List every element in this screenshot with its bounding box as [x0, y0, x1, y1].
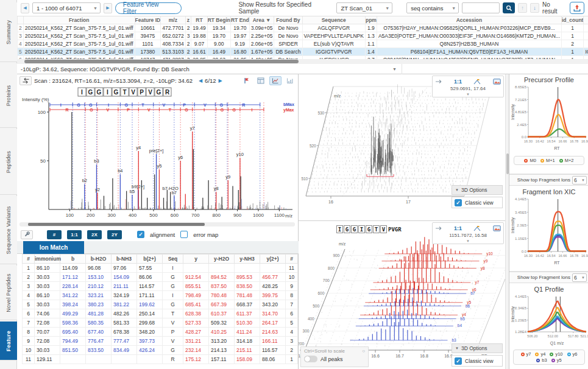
- svg-text:G: G: [232, 108, 236, 112]
- all-peaks-toggle[interactable]: [304, 356, 317, 362]
- column-header-RT End[interactable]: RT End: [230, 16, 249, 24]
- error-map-checkbox[interactable]: [180, 231, 188, 238]
- spectrum-hscrollbar-thumb[interactable]: [28, 223, 205, 226]
- column-header-Found By[interactable]: Found By: [274, 16, 302, 24]
- svg-text:T: T: [169, 108, 172, 112]
- classic-view-checkbox-top[interactable]: [455, 199, 462, 206]
- search-next-button[interactable]: ↓: [530, 3, 539, 13]
- search-prev-button[interactable]: ↑: [518, 3, 527, 13]
- results-hscrollbar-thumb[interactable]: [24, 60, 299, 63]
- histogram-view-button[interactable]: [284, 76, 296, 85]
- reset-zoom-1-1-button[interactable]: 1:1: [454, 225, 462, 231]
- back-to-list-button[interactable]: [19, 76, 32, 85]
- column-header-RT[interactable]: RT: [191, 16, 207, 24]
- measure-icon[interactable]: [473, 225, 481, 231]
- ion-match-row: 230.03171.12153.10154.0986.06G912.54894.…: [23, 273, 298, 282]
- toggle-labels-button[interactable]: #: [47, 230, 62, 239]
- column-header-Fraction[interactable]: Fraction: [23, 16, 135, 24]
- refresh-icon[interactable]: ○: [362, 348, 365, 354]
- spectrum-settings-button[interactable]: [21, 230, 33, 239]
- sample-select[interactable]: ZT Scan_01 ▼: [336, 2, 392, 13]
- feature-view-filter-button[interactable]: Feature View Filter: [115, 2, 182, 14]
- feature-row-5[interactable]: 520250214_K562_ZT Scan_375-7.5_1ul_01.wi…: [18, 47, 588, 55]
- show-top-select-1[interactable]: 6 ▼: [572, 176, 587, 184]
- snapshot-icon[interactable]: [493, 79, 501, 85]
- 3d-options-dropdown-bottom[interactable]: ▼ 3D Options: [452, 343, 503, 353]
- pan-arrow-icon[interactable]: [435, 79, 442, 84]
- export-button[interactable]: [570, 2, 584, 14]
- sidebar-tab-summary[interactable]: Summary: [0, 2, 17, 62]
- page-prev-button[interactable]: ◀: [21, 3, 29, 13]
- cell: 17380: [135, 47, 161, 55]
- svg-text:8.65E5: 8.65E5: [515, 85, 527, 89]
- page-range-select[interactable]: 1 - 1000 of 64071 ▼: [32, 2, 101, 13]
- spectrum-table-view-button[interactable]: [255, 76, 267, 85]
- column-header-ppm[interactable]: ppm: [365, 16, 377, 24]
- column-header-m/z[interactable]: m/z: [161, 16, 185, 24]
- scan-prev-button[interactable]: ◀: [199, 78, 202, 83]
- show-top-select-2[interactable]: 6 ▼: [572, 273, 587, 282]
- column-header-Area[interactable]: Area ▼: [249, 16, 274, 24]
- column-header-rownum[interactable]: [18, 16, 24, 24]
- zoom-2x-button[interactable]: 2X: [87, 230, 102, 239]
- classic-view-checkbox-bottom[interactable]: [455, 357, 462, 365]
- sidebar-tab-proteins[interactable]: Proteins: [0, 63, 17, 128]
- legend-item-M0[interactable]: M0: [524, 158, 536, 163]
- legend-item-M+2[interactable]: M+2: [559, 158, 574, 163]
- legend-item-y4[interactable]: y4: [535, 351, 545, 357]
- ion-value: 428.25: [260, 282, 286, 291]
- ion-match-row: 870.07695.40677.40678.38348.20P428.27410…: [23, 328, 298, 337]
- sidebar-tab-sequence-variants[interactable]: Sequence Variants: [0, 196, 17, 264]
- peptide-summary-select[interactable]: -10LgP: 34.62, Sequence: IGGIGTVPVGR, Fo…: [17, 64, 402, 74]
- sidebar-tab-feature[interactable]: Feature: [0, 322, 17, 360]
- measure-icon[interactable]: [473, 79, 481, 85]
- tab-ion-match[interactable]: Ion Match: [23, 241, 84, 254]
- search-button[interactable]: [503, 2, 515, 13]
- search-input[interactable]: [462, 2, 500, 13]
- column-header-id_count[interactable]: id_count: [562, 16, 584, 24]
- scan-next-button[interactable]: ▶: [219, 78, 222, 83]
- chevron-down-icon[interactable]: ▼: [435, 93, 501, 96]
- annotated-spectrum-plot[interactable]: IGGIGTVPVGRIntensity (%)IGGIGTVPVGRRGVPV…: [17, 86, 299, 222]
- ion-value: 780.48: [209, 291, 235, 300]
- sidebar-tab-label: Proteins: [5, 85, 12, 106]
- svg-text:16: 16: [328, 200, 333, 204]
- column-header-rownum[interactable]: [584, 16, 588, 24]
- feature-row-2[interactable]: 220250214_K562_ZT Scan_375-7.5_1ul_01.wi…: [18, 24, 588, 32]
- page-next-button[interactable]: ▶: [104, 3, 112, 13]
- legend-item-y5[interactable]: y5: [551, 357, 562, 363]
- alignment-checkbox[interactable]: [137, 231, 144, 238]
- snapshot-icon[interactable]: [493, 225, 501, 231]
- line-chart-view-button[interactable]: [269, 76, 282, 85]
- column-header-z[interactable]: z: [185, 16, 191, 24]
- legend-item-y6[interactable]: y6: [567, 351, 578, 357]
- svg-text:bMax: bMax: [283, 102, 294, 107]
- feature-row-3[interactable]: 320250214_K562_ZT Scan_375-7.5_1ul_01.wi…: [18, 32, 588, 40]
- legend-item-b3[interactable]: b3: [536, 357, 547, 363]
- sidebar-tab-novel-peptides[interactable]: Novel Peptides: [0, 265, 17, 320]
- pan-arrow-icon[interactable]: [435, 226, 442, 231]
- svg-text:700: 700: [191, 213, 200, 218]
- column-header-Accession[interactable]: Accession: [377, 16, 561, 24]
- arrow-down-icon: ↓: [533, 5, 536, 11]
- ion-value: 199.62: [137, 300, 163, 309]
- chevron-down-icon[interactable]: ▼: [435, 239, 501, 243]
- feature-row-4[interactable]: 420250214_K562_ZT Scan_375-7.5_1ul_01.wi…: [18, 40, 588, 47]
- svg-text:y10: y10: [236, 152, 244, 157]
- svg-text:V: V: [204, 103, 207, 107]
- zoom-2y-button[interactable]: 2Y: [107, 230, 122, 239]
- annotation-settings-button[interactable]: [240, 76, 252, 85]
- legend-item-M+1[interactable]: M+1: [540, 158, 555, 163]
- column-header-Sequence[interactable]: Sequence: [302, 16, 365, 24]
- residue-tail: PVGR: [388, 227, 402, 233]
- sidebar-tab-peptides[interactable]: Peptides: [0, 129, 17, 195]
- legend-item-y10[interactable]: y10: [550, 351, 562, 357]
- zoom-1-1-button[interactable]: 1:1: [67, 230, 82, 239]
- search-field-select[interactable]: seq contains ▼: [406, 2, 459, 13]
- column-header-RT Begin[interactable]: RT Begin: [207, 16, 230, 24]
- cell: De Novo: [274, 24, 302, 32]
- reset-zoom-1-1-button[interactable]: 1:1: [454, 79, 462, 85]
- 3d-options-dropdown-top[interactable]: ▼ 3D Options: [452, 185, 503, 195]
- legend-item-y7[interactable]: y7: [521, 351, 531, 357]
- column-header-Feature ID[interactable]: Feature ID: [135, 16, 161, 24]
